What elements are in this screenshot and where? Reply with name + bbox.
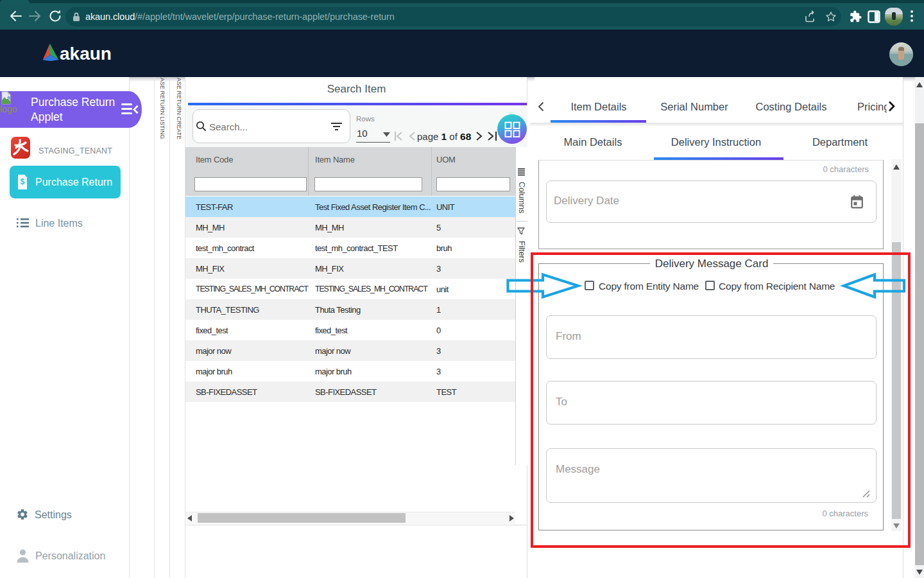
svg-text:$: $ (21, 177, 25, 186)
